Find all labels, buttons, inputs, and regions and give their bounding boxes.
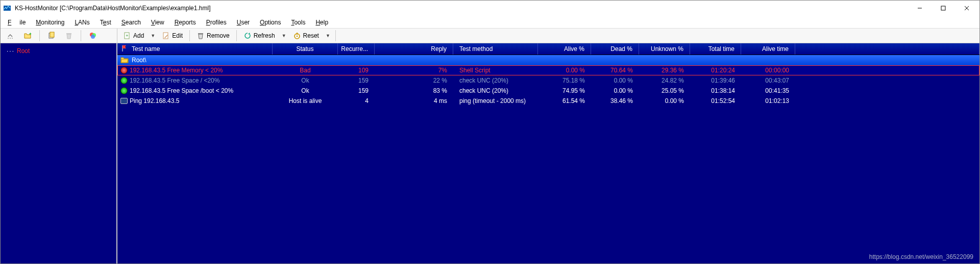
tree-copy-button[interactable]	[44, 30, 59, 42]
cell-alivetime: 00:43:07	[741, 75, 795, 86]
tree-expander-icon: ···	[7, 47, 15, 55]
cell-unknown: 29.36 %	[639, 65, 690, 75]
table-row[interactable]: Ping 192.168.43.5Host is alive44 msping …	[117, 96, 979, 106]
add-button[interactable]: + Add	[119, 30, 148, 42]
menu-options[interactable]: Options	[256, 18, 285, 27]
trash-icon	[197, 32, 205, 40]
minimize-button[interactable]	[908, 1, 932, 16]
maximize-button[interactable]	[932, 1, 955, 16]
cell-status: Ok	[273, 75, 338, 86]
menu-help[interactable]: Help	[311, 18, 332, 27]
cell-method: check UNC (20%)	[453, 86, 538, 96]
col-test-name[interactable]: Test name	[117, 43, 273, 55]
col-extra[interactable]	[795, 43, 979, 55]
status-dot-icon	[120, 98, 128, 104]
menu-test[interactable]: Test	[96, 18, 115, 27]
cell-recur: 159	[338, 86, 375, 96]
edit-button[interactable]: Edit	[158, 30, 186, 42]
cell-alive: 74.95 %	[538, 86, 591, 96]
cell-status: Bad	[273, 65, 338, 75]
add-dropdown[interactable]: ▼	[149, 33, 157, 38]
cell-name: 192.168.43.5 Free Space /boot < 20%	[130, 87, 233, 94]
cell-dead: 70.64 %	[591, 65, 639, 75]
toolbar-separator	[236, 30, 237, 41]
table-row[interactable]: 192.168.43.5 Free Space / <20%Ok15922 %c…	[117, 75, 979, 86]
svg-rect-8	[50, 32, 54, 37]
add-label: Add	[133, 32, 144, 39]
menu-monitoring[interactable]: Monitoring	[32, 18, 68, 27]
cell-alive: 61.54 %	[538, 96, 591, 106]
titlebar: KS-HostMonitor [C:\ProgramData\HostMonit…	[1, 1, 979, 16]
cell-dead: 0.00 %	[591, 86, 639, 96]
menu-search[interactable]: Search	[117, 18, 145, 27]
tree-collapse-button[interactable]	[3, 30, 18, 42]
col-dead[interactable]: Dead %	[591, 43, 639, 55]
table-row[interactable]: 192.168.43.5 Free Memory < 20%Bad1097%Sh…	[117, 65, 979, 75]
group-row-root[interactable]: Root\	[117, 55, 979, 65]
menu-view[interactable]: View	[147, 18, 168, 27]
folder-open-icon	[120, 56, 129, 65]
cell-name: 192.168.43.5 Free Space / <20%	[130, 77, 219, 84]
remove-label: Remove	[207, 32, 230, 39]
col-status[interactable]: Status	[273, 43, 338, 55]
cell-alive: 0.00 %	[538, 65, 591, 75]
cell-recur: 109	[338, 65, 375, 75]
svg-text:+: +	[126, 33, 128, 38]
remove-button[interactable]: Remove	[193, 30, 233, 42]
reset-button[interactable]: Reset	[289, 30, 323, 42]
menu-reports[interactable]: Reports	[170, 18, 200, 27]
col-unknown[interactable]: Unknown %	[639, 43, 690, 55]
cell-recur: 159	[338, 75, 375, 86]
col-reply[interactable]: Reply	[375, 43, 453, 55]
toolbar-row: + + Add ▼ Edit Remove	[1, 28, 979, 43]
col-recurre[interactable]: Recurre...	[338, 43, 375, 55]
cell-status: Host is alive	[273, 96, 338, 106]
menu-profiles[interactable]: Profiles	[202, 18, 231, 27]
menu-file[interactable]: File	[4, 18, 30, 27]
table-row[interactable]: 192.168.43.5 Free Space /boot < 20%Ok159…	[117, 86, 979, 96]
cell-alivetime: 00:00:00	[741, 65, 795, 75]
reset-label: Reset	[303, 32, 319, 39]
reset-dropdown[interactable]: ▼	[324, 33, 332, 38]
svg-rect-18	[297, 33, 298, 35]
app-icon	[3, 4, 12, 13]
status-dot-icon	[120, 87, 128, 94]
tree-color-button[interactable]	[85, 30, 101, 42]
col-alivetime[interactable]: Alive time	[741, 43, 795, 55]
app-window: KS-HostMonitor [C:\ProgramData\HostMonit…	[0, 0, 980, 264]
refresh-dropdown[interactable]: ▼	[280, 33, 288, 38]
col-method[interactable]: Test method	[453, 43, 538, 55]
body-split: ···Root Test name Status Recurre... Repl…	[1, 43, 979, 263]
cell-recur: 4	[338, 96, 375, 106]
tree-new-folder-button[interactable]: +	[20, 30, 35, 42]
cell-unknown: 0.00 %	[639, 96, 690, 106]
refresh-icon	[243, 32, 252, 40]
cell-alivetime: 00:41:35	[741, 86, 795, 96]
tree-delete-button[interactable]	[61, 30, 77, 42]
tree-root-label: Root	[17, 47, 30, 55]
cell-name: 192.168.43.5 Free Memory < 20%	[130, 67, 223, 74]
cell-dead: 38.46 %	[591, 96, 639, 106]
cell-reply: 22 %	[375, 75, 453, 86]
tree-panel[interactable]: ···Root	[1, 43, 117, 263]
menu-tools[interactable]: Tools	[287, 18, 309, 27]
window-title: KS-HostMonitor [C:\ProgramData\HostMonit…	[15, 5, 210, 12]
close-button[interactable]	[955, 1, 978, 16]
tree-root-node[interactable]: ···Root	[5, 46, 112, 56]
cell-method: check UNC (20%)	[453, 75, 538, 86]
refresh-button[interactable]: Refresh	[240, 30, 279, 42]
toolbar-separator	[81, 30, 81, 41]
menu-user[interactable]: User	[233, 18, 254, 27]
cell-name: Ping 192.168.43.5	[130, 97, 179, 104]
cell-alive: 75.18 %	[538, 75, 591, 86]
svg-rect-2	[941, 6, 945, 10]
menu-lans[interactable]: LANs	[70, 18, 93, 27]
cell-reply: 83 %	[375, 86, 453, 96]
edit-label: Edit	[172, 32, 183, 39]
toolbar-separator	[39, 30, 40, 41]
test-grid: Test name Status Recurre... Reply Test m…	[117, 43, 979, 263]
col-total[interactable]: Total time	[690, 43, 741, 55]
col-alive[interactable]: Alive %	[538, 43, 591, 55]
toolbar-separator	[189, 30, 190, 41]
svg-point-12	[91, 35, 95, 39]
